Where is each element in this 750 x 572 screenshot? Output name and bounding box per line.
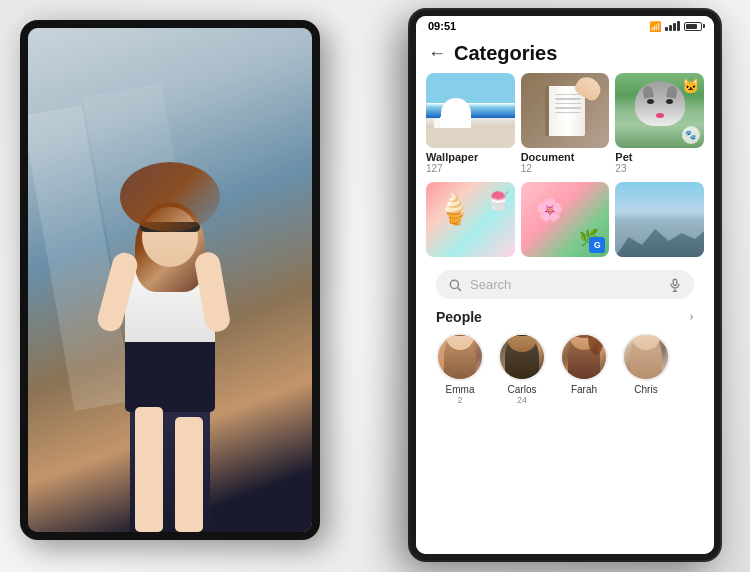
category-pet[interactable]: 🐾 Pet 23 bbox=[615, 73, 704, 174]
tablet-right-screen: 09:51 📶 ← Categories bbox=[416, 16, 714, 554]
person-carlos[interactable]: Carlos 24 bbox=[498, 333, 546, 405]
icecream-thumb: 🍦 🍧 bbox=[426, 182, 515, 257]
person-farah[interactable]: Farah bbox=[560, 333, 608, 405]
category-grid-row2: 🍦 🍧 🌸 🌿 G bbox=[426, 182, 704, 260]
pet-thumb: 🐾 bbox=[615, 73, 704, 148]
chris-name: Chris bbox=[634, 384, 657, 395]
google-g-letter: G bbox=[594, 240, 601, 250]
page-title: Categories bbox=[454, 42, 557, 65]
book-lines bbox=[555, 94, 581, 117]
category-flower[interactable]: 🌸 🌿 G bbox=[521, 182, 610, 260]
emma-count: 2 bbox=[457, 395, 462, 405]
carlos-name: Carlos bbox=[508, 384, 537, 395]
woman-photo bbox=[28, 28, 312, 532]
paw-icon: 🐾 bbox=[682, 126, 700, 144]
avatar-carlos bbox=[498, 333, 546, 381]
person-chris[interactable]: Chris bbox=[622, 333, 670, 405]
tablet-right: 09:51 📶 ← Categories bbox=[410, 10, 720, 560]
categories-section: ⊞ Wallpaper 127 bbox=[416, 73, 714, 554]
farah-name: Farah bbox=[571, 384, 597, 395]
tablet-left bbox=[20, 20, 320, 540]
avatar-emma bbox=[436, 333, 484, 381]
icecream2-emoji: 🍧 bbox=[487, 190, 509, 212]
document-count: 12 bbox=[521, 163, 610, 174]
people-section: People › bbox=[426, 309, 704, 405]
people-label: People bbox=[436, 309, 482, 325]
search-placeholder: Search bbox=[470, 277, 668, 292]
wallpaper-name: Wallpaper bbox=[426, 151, 515, 163]
status-icons: 📶 bbox=[649, 21, 702, 32]
category-icecream[interactable]: 🍦 🍧 bbox=[426, 182, 515, 260]
svg-line-1 bbox=[458, 287, 461, 290]
wifi-icon: 📶 bbox=[649, 21, 661, 32]
emma-name: Emma bbox=[446, 384, 475, 395]
category-document[interactable]: Document 12 bbox=[521, 73, 610, 174]
app-header: ← Categories bbox=[416, 36, 714, 73]
wallpaper-thumb: ⊞ bbox=[426, 73, 515, 148]
cat-ear-right bbox=[666, 85, 678, 99]
status-bar: 09:51 📶 bbox=[416, 16, 714, 36]
google-badge: G bbox=[589, 237, 605, 253]
avatar-farah bbox=[560, 333, 608, 381]
pet-name: Pet bbox=[615, 151, 704, 163]
category-grid-row1: ⊞ Wallpaper 127 bbox=[426, 73, 704, 174]
mountain-thumb bbox=[615, 182, 704, 257]
icecream-emoji: 🍦 bbox=[436, 192, 471, 225]
cat-eye-left bbox=[647, 99, 654, 104]
search-bar[interactable]: Search bbox=[436, 270, 694, 299]
svg-point-0 bbox=[450, 280, 458, 288]
category-wallpaper[interactable]: ⊞ Wallpaper 127 bbox=[426, 73, 515, 174]
category-mountain[interactable] bbox=[615, 182, 704, 260]
document-name: Document bbox=[521, 151, 610, 163]
mic-icon[interactable] bbox=[668, 278, 682, 292]
document-thumb bbox=[521, 73, 610, 148]
status-time: 09:51 bbox=[428, 20, 456, 32]
building-shape bbox=[440, 116, 466, 136]
person-emma[interactable]: Emma 2 bbox=[436, 333, 484, 405]
cat-eye-right bbox=[666, 99, 673, 104]
flower-emoji: 🌸 bbox=[536, 197, 563, 223]
carlos-count: 24 bbox=[517, 395, 527, 405]
tablet-left-screen bbox=[28, 28, 312, 532]
battery-icon bbox=[684, 22, 702, 31]
wallpaper-count: 127 bbox=[426, 163, 515, 174]
search-icon bbox=[448, 278, 462, 292]
svg-rect-2 bbox=[673, 279, 677, 285]
cat-ear-left bbox=[642, 85, 654, 99]
cat-face bbox=[635, 81, 685, 126]
chevron-right-icon[interactable]: › bbox=[689, 309, 694, 325]
cat-nose bbox=[656, 113, 664, 118]
back-button[interactable]: ← bbox=[428, 43, 446, 64]
pet-count: 23 bbox=[615, 163, 704, 174]
avatar-chris bbox=[622, 333, 670, 381]
people-header: People › bbox=[436, 309, 694, 325]
people-list: Emma 2 Carlos bbox=[436, 333, 694, 405]
signal-icon bbox=[665, 21, 680, 31]
flower-thumb: 🌸 🌿 G bbox=[521, 182, 610, 257]
